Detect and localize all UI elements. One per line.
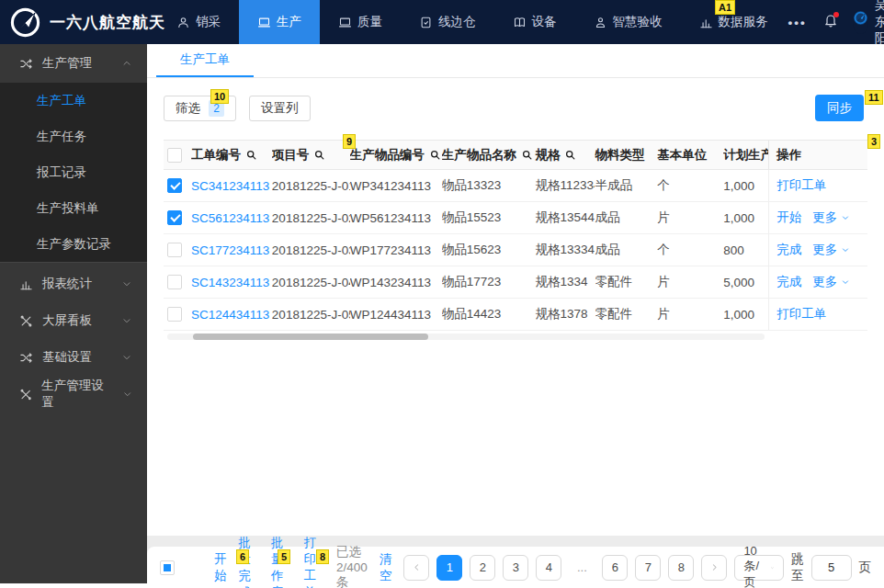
notification-dot: [833, 12, 839, 17]
sidebar-item-material-feeding[interactable]: 生产投料单: [0, 190, 147, 226]
planned-qty: 5,000: [723, 276, 754, 289]
item-name: 物品15523: [442, 209, 502, 226]
search-icon[interactable]: [429, 149, 441, 161]
action-print-workorder[interactable]: 打印工单: [776, 177, 826, 194]
order-no-link[interactable]: SC177234113: [191, 243, 269, 257]
select-all-checkbox[interactable]: [167, 148, 182, 163]
search-icon[interactable]: [313, 149, 325, 161]
sidebar-group-report-statistics[interactable]: 报表统计: [0, 266, 147, 302]
page-button-4[interactable]: 4: [536, 555, 561, 581]
column-header-base-unit: 基本单位: [657, 147, 707, 164]
row-checkbox[interactable]: [167, 178, 182, 193]
jump-page-input[interactable]: [811, 555, 852, 581]
sidebar-group-production-management[interactable]: 生产管理: [0, 44, 147, 83]
annotation-badge-8: 8: [316, 549, 329, 564]
scrollbar-thumb[interactable]: [193, 334, 428, 340]
page-button-7[interactable]: 7: [635, 555, 661, 581]
row-checkbox[interactable]: [167, 243, 182, 257]
action-start[interactable]: 开始: [776, 209, 801, 226]
sidebar-item-production-workorder[interactable]: 生产工单: [0, 83, 147, 119]
search-icon[interactable]: [521, 149, 533, 161]
more-menu-button[interactable]: •••: [787, 16, 809, 29]
nav-item-quality[interactable]: 质量: [320, 0, 401, 44]
annotation-badge-10: 10: [210, 89, 229, 104]
item-code: WP124434113: [350, 308, 431, 322]
row-checkbox[interactable]: [167, 210, 182, 225]
page-size-select[interactable]: 10条/页: [734, 555, 784, 581]
column-header-project-no: 项目号: [272, 147, 310, 164]
sidebar-group-basic-settings[interactable]: 基础设置: [0, 339, 147, 376]
footer-select-all-checkbox[interactable]: [160, 560, 175, 575]
planned-qty: 1,000: [723, 211, 754, 225]
base-unit: 个: [657, 242, 670, 258]
material-type: 零配件: [595, 274, 632, 290]
tools-icon: [19, 314, 33, 328]
sidebar-item-parameter-record[interactable]: 生产参数记录: [0, 226, 147, 262]
item-code: WP561234113: [350, 211, 431, 225]
action-more[interactable]: 更多: [812, 274, 850, 290]
order-no-link[interactable]: SC341234113: [191, 179, 269, 193]
page-button-6[interactable]: 6: [602, 555, 628, 581]
prev-page-button[interactable]: [403, 555, 429, 581]
row-checkbox[interactable]: [167, 275, 182, 289]
column-settings-button[interactable]: 设置列: [249, 96, 311, 121]
next-page-button[interactable]: [701, 555, 727, 581]
clear-selection-button[interactable]: 清空: [380, 551, 392, 584]
sidebar-bottom-strip: [0, 583, 147, 588]
spec: 规格1334: [535, 274, 587, 290]
order-no-link[interactable]: SC124434113: [191, 308, 269, 322]
jump-to-label: 跳至: [791, 551, 804, 584]
sidebar-group-label: 生产管理设置: [41, 378, 112, 411]
shuffle-icon: [19, 351, 33, 365]
nav-item-label: 销采: [196, 14, 221, 30]
sidebar-item-label: 报工记录: [37, 164, 86, 181]
action-complete[interactable]: 完成: [776, 274, 801, 290]
item-code: WP143234113: [350, 276, 431, 289]
notification-bell-icon[interactable]: [823, 13, 838, 31]
brand[interactable]: 一六八航空航天: [0, 0, 145, 44]
toolbar: 筛选 2 设置列 同步: [164, 95, 867, 121]
action-more[interactable]: 更多: [812, 242, 850, 258]
sidebar-group-production-settings[interactable]: 生产管理设置: [0, 376, 147, 413]
page-button-1[interactable]: 1: [436, 555, 462, 581]
sidebar-item-label: 生产参数记录: [37, 236, 111, 253]
nav-item-procurement[interactable]: 销采: [158, 0, 239, 44]
sidebar-group-dashboard[interactable]: 大屏看板: [0, 302, 147, 339]
tools-icon: [19, 388, 32, 401]
top-navbar: 一六八航空航天 销采 生产 质量 线边仓 设备 智慧验收 数据服务: [0, 0, 884, 44]
tab-production-workorder[interactable]: 生产工单: [156, 44, 254, 77]
sidebar-item-production-task[interactable]: 生产任务: [0, 119, 147, 154]
sidebar-group-label: 基础设置: [42, 349, 92, 366]
row-checkbox[interactable]: [167, 307, 182, 322]
avatar: [853, 10, 868, 34]
action-more[interactable]: 更多: [812, 209, 850, 226]
user-menu[interactable]: 吴东阳: [853, 0, 884, 47]
nav-item-equipment[interactable]: 设备: [494, 0, 575, 44]
selected-count-text: 已选2/400 条: [336, 544, 368, 588]
item-code: WP177234113: [350, 243, 431, 257]
book-icon: [513, 16, 527, 29]
nav-item-line-warehouse[interactable]: 线边仓: [401, 0, 494, 44]
sidebar-item-label: 生产工单: [37, 93, 86, 109]
horizontal-scrollbar: [164, 333, 867, 342]
action-complete[interactable]: 完成: [776, 242, 801, 258]
search-icon[interactable]: [245, 149, 257, 161]
action-print-workorder[interactable]: 打印工单: [776, 306, 826, 322]
sidebar-item-work-report[interactable]: 报工记录: [0, 154, 147, 190]
brand-name: 一六八航空航天: [50, 12, 165, 33]
nav-item-smart-acceptance[interactable]: 智慧验收: [575, 0, 681, 44]
table-row: SC341234113 20181225-J-01 WP341234113 物品…: [164, 170, 867, 202]
company-logo-icon: [9, 6, 41, 39]
start-batch-button[interactable]: 开始: [214, 551, 227, 584]
sync-button[interactable]: 同步: [815, 95, 864, 121]
order-no-link[interactable]: SC143234113: [191, 276, 269, 289]
chevron-down-icon: [841, 245, 850, 254]
order-no-link[interactable]: SC561234113: [191, 211, 269, 225]
more-label: 更多: [812, 274, 837, 290]
search-icon[interactable]: [564, 149, 576, 161]
filter-label: 筛选: [176, 100, 200, 117]
page-button-3[interactable]: 3: [503, 555, 528, 581]
nav-item-production[interactable]: 生产: [239, 0, 320, 44]
page-button-2[interactable]: 2: [470, 555, 495, 581]
page-button-8[interactable]: 8: [668, 555, 694, 581]
